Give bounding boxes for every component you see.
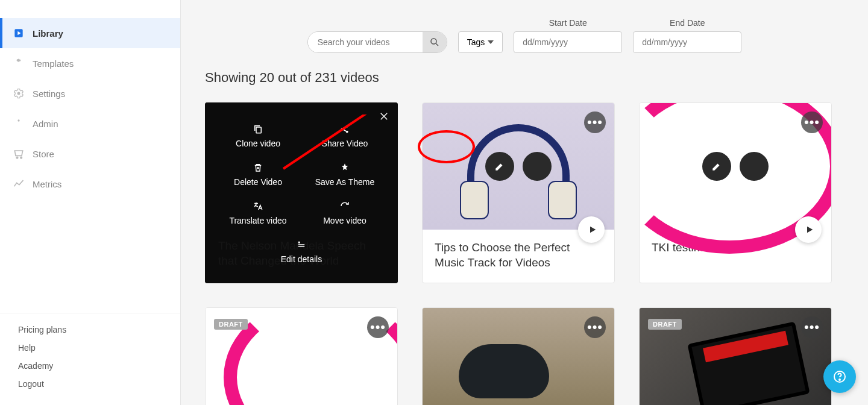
share-icon (304, 122, 386, 136)
pencil-icon (711, 161, 722, 172)
card-more-button[interactable]: ••• (367, 316, 389, 338)
svg-marker-18 (590, 227, 596, 233)
sidebar-item-label: Templates (33, 58, 74, 69)
move-video-button[interactable]: Move video (301, 194, 388, 230)
download-video-button[interactable] (740, 152, 769, 181)
sidebar-item-library[interactable]: Library (0, 18, 180, 48)
search-input[interactable] (308, 32, 423, 52)
video-grid: The Nelson Mandela Speech that Changed t… (205, 102, 844, 405)
dots-icon: ••• (370, 319, 386, 335)
play-button[interactable] (578, 216, 605, 243)
svg-point-4 (16, 157, 18, 159)
sidebar-item-settings[interactable]: Settings (0, 78, 180, 108)
filter-bar: Tags Start Date End Date (205, 18, 844, 53)
sidebar-item-label: Library (33, 28, 63, 39)
start-date-label: Start Date (514, 18, 622, 28)
edit-video-button[interactable] (485, 152, 514, 181)
end-date-input[interactable] (633, 31, 741, 53)
sidebar-item-templates[interactable]: Templates (0, 48, 180, 78)
dots-icon: ••• (804, 115, 820, 130)
link-academy[interactable]: Academy (0, 357, 180, 375)
help-fab[interactable] (823, 360, 856, 393)
save-as-theme-button[interactable]: Save As Theme (301, 155, 388, 192)
svg-marker-19 (807, 227, 813, 233)
delete-video-button[interactable]: Delete Video (215, 155, 301, 192)
store-icon (12, 147, 25, 160)
dots-icon: ••• (587, 115, 603, 130)
settings-icon (12, 87, 25, 100)
link-help[interactable]: Help (0, 339, 180, 357)
sidebar-item-metrics[interactable]: Metrics (0, 169, 180, 199)
app-root: Library Templates Settings Admin (0, 0, 868, 405)
tags-label: Tags (467, 37, 485, 47)
templates-icon (12, 57, 25, 70)
svg-point-2 (17, 92, 20, 95)
delete-icon (217, 160, 299, 175)
search-icon (429, 37, 440, 48)
close-overlay-button[interactable] (379, 111, 389, 125)
video-card: ••• TKI testimonial (639, 102, 832, 283)
main-content: Tags Start Date End Date Showing 20 out … (181, 0, 868, 405)
edit-details-icon (217, 237, 386, 252)
video-card: The Nelson Mandela Speech that Changed t… (205, 102, 398, 283)
results-count: Showing 20 out of 231 videos (205, 70, 844, 86)
sidebar-bottom-links: Pricing plans Help Academy Logout (0, 313, 180, 405)
metrics-icon (12, 177, 25, 190)
translate-icon (217, 199, 299, 213)
start-date-group: Start Date (514, 18, 622, 53)
play-icon (805, 225, 814, 234)
video-card: ••• Tips to Choose the Perfect Mu (422, 102, 615, 283)
video-thumb: ••• (423, 308, 614, 405)
clone-video-button[interactable]: Clone video (215, 117, 301, 153)
play-button[interactable] (795, 216, 822, 243)
download-video-button[interactable] (523, 152, 552, 181)
draft-badge: DRAFT (214, 319, 248, 330)
admin-icon (12, 117, 25, 130)
svg-point-3 (17, 119, 19, 121)
card-more-button[interactable]: ••• (584, 316, 606, 338)
search-button[interactable] (423, 32, 447, 52)
svg-line-7 (436, 43, 438, 46)
svg-point-22 (839, 379, 840, 380)
sidebar-item-label: Settings (33, 89, 65, 99)
sidebar-item-label: Admin (33, 119, 58, 129)
video-card: DRAFT ••• (205, 307, 398, 405)
svg-line-14 (343, 127, 346, 128)
tags-dropdown[interactable]: Tags (458, 31, 503, 53)
card-overlay: Clone video Share Video (205, 102, 398, 283)
close-icon (379, 111, 389, 122)
card-more-button[interactable]: ••• (801, 111, 823, 133)
edit-details-button[interactable]: Edit details (215, 233, 388, 269)
sidebar: Library Templates Settings Admin (0, 0, 181, 405)
sidebar-item-admin[interactable]: Admin (0, 108, 180, 139)
video-card: ••• (422, 307, 615, 405)
sidebar-item-store[interactable]: Store (0, 139, 180, 169)
draft-badge: DRAFT (648, 319, 682, 330)
dots-icon: ••• (804, 319, 820, 335)
edit-video-button[interactable] (702, 152, 731, 181)
translate-video-button[interactable]: Translate video (215, 194, 301, 230)
link-pricing-plans[interactable]: Pricing plans (0, 321, 180, 339)
video-thumb: ••• (640, 103, 831, 230)
link-logout[interactable]: Logout (0, 375, 180, 393)
dots-icon: ••• (587, 319, 603, 335)
video-thumb: DRAFT ••• (206, 308, 397, 405)
card-more-button[interactable]: ••• (801, 316, 823, 338)
card-more-button[interactable]: ••• (584, 111, 606, 133)
overlay-grid: Clone video Share Video (215, 112, 388, 269)
theme-icon (304, 160, 386, 175)
clone-icon (217, 122, 299, 136)
sidebar-nav: Library Templates Settings Admin (0, 0, 180, 199)
svg-line-15 (343, 130, 346, 131)
share-video-button[interactable]: Share Video (301, 117, 388, 153)
end-date-group: End Date (633, 18, 741, 53)
svg-point-6 (431, 39, 436, 44)
video-thumb: ••• (423, 103, 614, 230)
chevron-down-icon (488, 40, 494, 44)
play-icon (588, 225, 597, 234)
video-card: DRAFT ••• (639, 307, 832, 405)
download-icon (532, 161, 542, 172)
end-date-label: End Date (633, 18, 741, 28)
start-date-input[interactable] (514, 31, 622, 53)
sidebar-item-label: Store (33, 149, 54, 159)
